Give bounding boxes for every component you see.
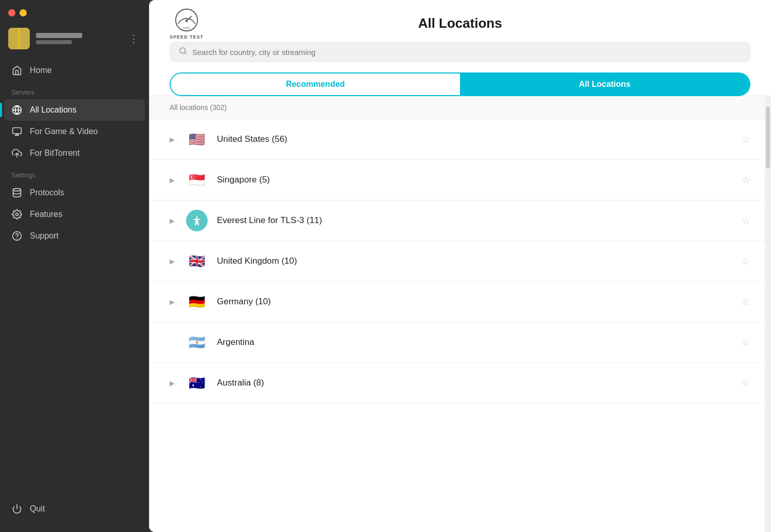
expand-icon: ▶ (170, 176, 175, 184)
close-button[interactable] (8, 9, 15, 16)
svg-text:km/h: km/h (183, 26, 190, 29)
play-icon (11, 126, 23, 137)
list-item[interactable]: ▶ 🇺🇸 United States (56) ☆ (149, 119, 771, 160)
settings-section-label: Settings (0, 164, 149, 182)
search-input[interactable] (192, 48, 741, 57)
favorite-button[interactable]: ☆ (741, 336, 750, 348)
list-item[interactable]: ▶ 🇸🇬 Singapore (5) ☆ (149, 160, 771, 200)
sidebar-item-features[interactable]: Features (4, 204, 145, 225)
location-name: Argentina (217, 337, 732, 347)
nav-section-servers: All Locations For Game & Video For BitTo… (0, 99, 149, 164)
main-content: km/h SPEED TEST All Locations Recommende… (149, 0, 771, 532)
scrollbar-track (765, 96, 771, 532)
favorite-button[interactable]: ☆ (741, 214, 750, 227)
search-icon (179, 47, 187, 57)
power-icon (11, 503, 23, 515)
list-item[interactable]: ▶ 🇦🇷 Argentina ☆ (149, 322, 771, 363)
upload-icon (11, 148, 23, 159)
scrollbar-thumb[interactable] (766, 106, 770, 168)
favorite-button[interactable]: ☆ (741, 377, 750, 389)
expand-icon: ▶ (170, 217, 175, 225)
sidebar-item-home-label: Home (30, 66, 52, 75)
sidebar: ⋮ Home Servers All Locations (0, 0, 149, 532)
user-info: ⋮ (0, 24, 149, 60)
home-icon (11, 65, 23, 76)
user-sub-placeholder (36, 40, 72, 44)
user-details (36, 33, 82, 44)
titlebar (0, 0, 149, 24)
location-name: Australia (8) (217, 378, 732, 388)
sidebar-bottom: Quit (0, 490, 149, 532)
gear-icon (11, 209, 23, 220)
location-name: Singapore (5) (217, 175, 732, 185)
traffic-lights (8, 9, 38, 16)
favorite-button[interactable]: ☆ (741, 255, 750, 267)
favorite-button[interactable]: ☆ (741, 133, 750, 145)
main-header: km/h SPEED TEST All Locations Recommende… (149, 0, 771, 96)
list-item[interactable]: ▶ 🇦🇺 Australia (8) ☆ (149, 363, 771, 403)
sidebar-item-home[interactable]: Home (4, 60, 145, 81)
location-name: United Kingdom (10) (217, 256, 732, 266)
sidebar-item-all-locations[interactable]: All Locations (4, 99, 145, 121)
sidebar-item-support-label: Support (30, 231, 59, 241)
svg-line-18 (185, 52, 186, 54)
sidebar-item-features-label: Features (30, 210, 62, 219)
globe-icon (11, 104, 23, 116)
tab-recommended[interactable]: Recommended (171, 74, 460, 95)
speed-test-label: SPEED TEST (170, 34, 204, 40)
servers-section-label: Servers (0, 81, 149, 99)
expand-icon: ▶ (170, 298, 175, 306)
sidebar-item-protocols-label: Protocols (30, 188, 64, 197)
flag-icon: 🇸🇬 (186, 169, 208, 191)
location-tabs: Recommended All Locations (170, 72, 750, 96)
sidebar-item-support[interactable]: Support (4, 225, 145, 247)
avatar (8, 28, 30, 49)
list-header: All locations (302) (149, 96, 771, 119)
expand-icon: ▶ (170, 258, 175, 265)
avatar-inner (8, 28, 30, 49)
help-icon (11, 230, 23, 242)
svg-point-8 (13, 189, 21, 191)
svg-rect-1 (8, 28, 19, 49)
svg-rect-2 (20, 28, 30, 49)
favorite-button[interactable]: ☆ (741, 296, 750, 308)
header-top: km/h SPEED TEST All Locations (170, 15, 750, 31)
sidebar-item-game-video[interactable]: For Game & Video (4, 121, 145, 142)
minimize-button[interactable] (20, 9, 27, 16)
tab-all-locations[interactable]: All Locations (460, 74, 749, 95)
quit-label: Quit (30, 504, 45, 513)
list-item[interactable]: ▶ Everest Line for TLS-3 (11) ☆ (149, 200, 771, 241)
location-name: Everest Line for TLS-3 (11) (217, 215, 732, 226)
flag-icon (186, 210, 208, 231)
nav-section-settings: Protocols Features Support (0, 182, 149, 247)
sidebar-item-protocols[interactable]: Protocols (4, 182, 145, 204)
list-item[interactable]: ▶ 🇩🇪 Germany (10) ☆ (149, 282, 771, 322)
sidebar-item-game-video-label: For Game & Video (30, 127, 98, 136)
flag-icon: 🇺🇸 (186, 129, 208, 150)
sidebar-item-bittorrent-label: For BitTorrent (30, 149, 80, 158)
favorite-button[interactable]: ☆ (741, 174, 750, 186)
flag-icon: 🇦🇺 (186, 372, 208, 394)
list-item[interactable]: ▶ 🇬🇧 United Kingdom (10) ☆ (149, 241, 771, 282)
expand-icon: ▶ (170, 379, 175, 387)
svg-point-15 (186, 20, 188, 22)
flag-icon: 🇩🇪 (186, 291, 208, 313)
speed-test-button[interactable]: km/h SPEED TEST (170, 8, 204, 40)
more-options-button[interactable]: ⋮ (126, 30, 141, 47)
flag-icon: 🇬🇧 (186, 250, 208, 272)
location-name: United States (56) (217, 134, 732, 144)
svg-rect-5 (13, 128, 22, 134)
quit-button[interactable]: Quit (4, 498, 145, 520)
flag-icon: 🇦🇷 (186, 332, 208, 353)
sidebar-item-bittorrent[interactable]: For BitTorrent (4, 142, 145, 164)
user-name-placeholder (36, 33, 82, 38)
nav-section-home: Home (0, 60, 149, 81)
layers-icon (11, 187, 23, 198)
location-list: All locations (302) ▶ 🇺🇸 United States (… (149, 96, 771, 532)
expand-icon: ▶ (170, 136, 175, 143)
svg-point-9 (16, 213, 19, 216)
location-name: Germany (10) (217, 297, 732, 307)
sidebar-item-all-locations-label: All Locations (30, 105, 77, 115)
page-title: All Locations (418, 15, 502, 31)
search-bar (170, 42, 750, 62)
